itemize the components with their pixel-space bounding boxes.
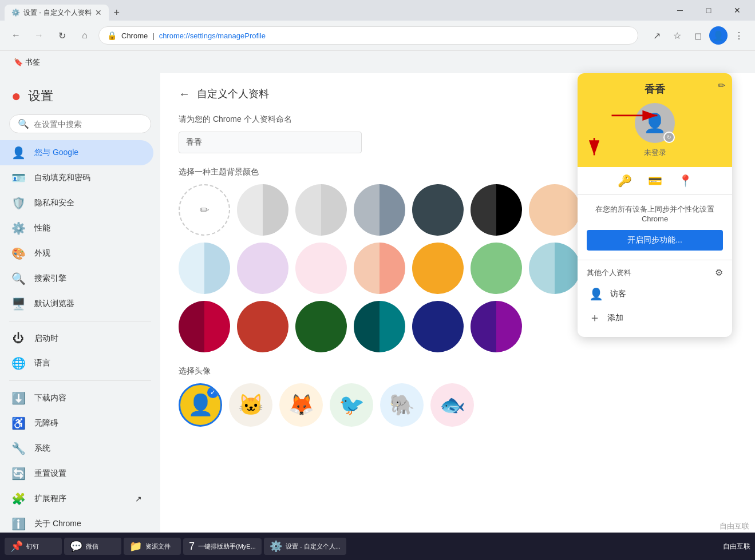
settings-search-input[interactable] (34, 120, 143, 129)
sidebar-item-google[interactable]: 👤 您与 Google (0, 140, 153, 165)
bookmark-button[interactable]: ☆ (668, 26, 686, 45)
taskbar-item-2[interactable]: 📁 资源文件 (124, 538, 181, 555)
avatar-item-3[interactable]: 🐦 (330, 383, 373, 427)
reload-button[interactable]: ↻ (53, 26, 71, 45)
content-back-button[interactable]: ← (179, 88, 190, 101)
color-swatch-18[interactable] (179, 301, 230, 352)
address-icon-button[interactable]: 📍 (678, 174, 693, 188)
color-swatch-13[interactable] (412, 243, 464, 294)
taskbar-item-0[interactable]: 📌 钉钉 (5, 538, 62, 555)
password-icon-button[interactable]: 🔑 (618, 174, 632, 188)
color-swatch-19[interactable] (237, 301, 288, 352)
edit-icon: ✏ (200, 203, 209, 217)
home-button[interactable]: ⌂ (76, 26, 94, 45)
taskbar-icon-0: 📌 (10, 540, 23, 553)
color-swatch-0[interactable]: ✏ (179, 184, 230, 236)
color-swatch-21[interactable] (354, 301, 405, 352)
forward-button[interactable]: → (30, 26, 48, 45)
page-title: 自定义个人资料 (197, 87, 269, 101)
sidebar-label-language: 语言 (34, 358, 50, 368)
url-bar[interactable]: 🔒 Chrome | chrome://settings/manageProfi… (98, 26, 638, 45)
profile-button[interactable]: 👤 (709, 26, 728, 45)
half-left (179, 301, 204, 352)
payment-icon-button[interactable]: 💳 (648, 174, 662, 188)
color-swatch-4[interactable] (412, 184, 464, 236)
taskbar-label-3: 一键排版助手(MyE... (198, 542, 256, 551)
half-right (496, 184, 522, 236)
color-swatch-9[interactable] (179, 243, 230, 294)
tab-close-button[interactable]: ✕ (95, 8, 102, 17)
sidebar-items: 👤 您与 Google 🪪 自动填充和密码 🛡️ 隐私和安全 ⚙️ 性能 🎨 外… (0, 140, 160, 537)
sidebar-item-reset[interactable]: 🔄 重置设置 (0, 461, 153, 486)
color-swatch-23[interactable] (471, 301, 522, 352)
color-swatch-15[interactable] (529, 243, 580, 294)
new-tab-button[interactable]: + (109, 5, 125, 21)
color-swatch-14[interactable] (471, 243, 522, 294)
sidebar-item-extensions[interactable]: 🧩 扩展程序 ↗ (0, 486, 153, 511)
color-swatch-20[interactable] (295, 301, 347, 352)
share-button[interactable]: ↗ (647, 26, 666, 45)
profile-edit-button[interactable]: ✏ (718, 80, 725, 91)
taskbar-item-3[interactable]: 7 一键排版助手(MyE... (183, 538, 262, 555)
color-swatch-3[interactable] (354, 184, 405, 236)
taskbar-icon-2: 📁 (129, 540, 142, 553)
sidebar-icon-system: 🔧 (11, 442, 25, 455)
sidebar-item-accessibility[interactable]: ♿ 无障碍 (0, 411, 153, 436)
color-swatch-5[interactable] (471, 184, 522, 236)
sidebar-item-autofill[interactable]: 🪪 自动填充和密码 (0, 165, 153, 190)
avatar-item-1[interactable]: 🐱 (229, 383, 272, 427)
sidebar-label-system: 系统 (34, 443, 50, 454)
taskbar: 📌 钉钉 💬 微信 📁 资源文件 7 一键排版助手(MyE... ⚙️ 设置 -… (0, 533, 755, 560)
taskbar-right-label: 自由互联 (723, 542, 750, 551)
add-icon: ＋ (589, 310, 600, 325)
back-button[interactable]: ← (7, 26, 25, 45)
avatar-item-5[interactable]: 🐟 (430, 383, 474, 427)
sidebar-icon-startup: ⏻ (11, 332, 25, 345)
color-swatch-1[interactable] (237, 184, 288, 236)
color-swatch-6[interactable] (529, 184, 580, 236)
color-swatch-11[interactable] (295, 243, 347, 294)
close-button[interactable]: ✕ (724, 1, 750, 19)
tab-title: 设置 - 自定义个人资料 (23, 8, 92, 18)
color-swatch-12[interactable] (354, 243, 405, 294)
avatar-item-0[interactable]: 👤 (179, 383, 222, 427)
color-swatch-22[interactable] (412, 301, 464, 352)
color-swatch-10[interactable] (237, 243, 288, 294)
avatar-item-4[interactable]: 🐘 (380, 383, 424, 427)
maximize-button[interactable]: □ (695, 1, 722, 19)
profiles-settings-icon[interactable]: ⚙ (715, 267, 723, 278)
half-right (321, 184, 347, 236)
profile-icons-row: 🔑 💳 📍 (578, 167, 732, 195)
sidebar-item-browser[interactable]: 🖥️ 默认浏览器 (0, 291, 153, 316)
avatar-item-2[interactable]: 🦊 (279, 383, 323, 427)
taskbar-item-4[interactable]: ⚙️ 设置 - 自定义个人... (264, 538, 346, 555)
sidebar-item-system[interactable]: 🔧 系统 (0, 436, 153, 461)
bookmarks-item[interactable]: 🔖 书签 (7, 55, 47, 70)
visitor-profile-item[interactable]: 👤 访客 (587, 283, 723, 305)
sync-description: 在您的所有设备上同步并个性化设置 Chrome (587, 204, 723, 223)
active-tab[interactable]: ⚙️ 设置 - 自定义个人资料 ✕ (5, 5, 109, 21)
profile-status: 未登录 (587, 148, 723, 158)
sidebar-item-search[interactable]: 🔍 搜索引擎 (0, 266, 153, 291)
minimize-button[interactable]: ─ (667, 1, 693, 19)
half-left (471, 301, 496, 352)
extension-button[interactable]: ◻ (689, 26, 707, 45)
sidebar-item-appearance[interactable]: 🎨 外观 (0, 241, 153, 266)
color-swatch-2[interactable] (295, 184, 347, 236)
profile-name: 香香 (587, 82, 723, 96)
profile-name-input[interactable] (179, 132, 362, 153)
taskbar-label-1: 微信 (86, 542, 98, 551)
taskbar-item-1[interactable]: 💬 微信 (64, 538, 121, 555)
sync-button[interactable]: 开启同步功能... (587, 230, 723, 251)
sidebar-item-privacy[interactable]: 🛡️ 隐私和安全 (0, 190, 153, 216)
sidebar-icon-search: 🔍 (11, 272, 25, 285)
menu-button[interactable]: ⋮ (730, 26, 748, 45)
taskbar-right: 自由互联 (723, 542, 750, 551)
sidebar-item-language[interactable]: 🌐 语言 (0, 351, 153, 376)
sidebar-item-performance[interactable]: ⚙️ 性能 (0, 216, 153, 241)
url-separator: | (152, 31, 154, 40)
sidebar-item-startup[interactable]: ⏻ 启动时 (0, 326, 153, 351)
sidebar-item-downloads[interactable]: ⬇️ 下载内容 (0, 386, 153, 411)
half-right (380, 243, 405, 294)
add-profile-item[interactable]: ＋ 添加 (587, 305, 723, 330)
